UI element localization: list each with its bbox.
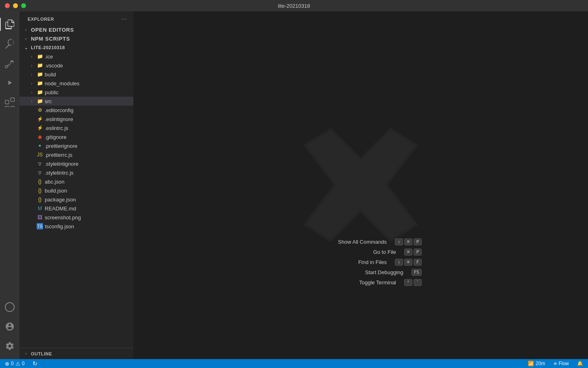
go-to-file-keys: ⌘ P bbox=[404, 249, 422, 255]
source-control-activity-icon[interactable] bbox=[0, 54, 20, 73]
sidebar: Explorer ··· › OPEN EDITORS › NPM SCRIPT… bbox=[20, 11, 133, 359]
vscode-folder-icon: 📁 bbox=[37, 62, 43, 69]
error-count: 0 bbox=[11, 361, 14, 366]
root-label: LITE-20210318 bbox=[31, 45, 130, 50]
node-modules-label: node_modules bbox=[45, 80, 133, 87]
open-editors-header[interactable]: › OPEN EDITORS bbox=[20, 25, 133, 34]
key-cmd-1: ⌘ bbox=[404, 238, 412, 245]
editorconfig-label: .editorconfig bbox=[45, 107, 133, 113]
flow-icon: ≋ bbox=[553, 361, 557, 366]
file-build-json[interactable]: › {} build.json bbox=[20, 186, 133, 195]
notifications-status[interactable]: 🔔 bbox=[575, 359, 585, 368]
file-package-json[interactable]: › {} package.json bbox=[20, 195, 133, 204]
go-to-file-row: Go to File ⌘ P bbox=[300, 249, 422, 255]
explorer-activity-icon[interactable] bbox=[0, 15, 20, 34]
remote-activity-icon[interactable] bbox=[0, 297, 20, 317]
key-shift-2: ⇧ bbox=[395, 259, 403, 266]
src-folder-icon: 📁 bbox=[37, 98, 43, 104]
file-eslintrc[interactable]: › ⚡ .eslintrc.js bbox=[20, 123, 133, 132]
folder-vscode[interactable]: › 📁 .vscode bbox=[20, 61, 133, 70]
editorconfig-icon: ⚙ bbox=[37, 107, 43, 113]
public-arrow: › bbox=[28, 89, 35, 95]
folder-build[interactable]: › 📁 build bbox=[20, 70, 133, 79]
key-cmd-2: ⌘ bbox=[404, 249, 412, 255]
flow-label: Flow bbox=[559, 361, 569, 366]
src-label: src bbox=[45, 98, 133, 104]
eslintrc-icon: ⚡ bbox=[37, 125, 43, 131]
wifi-icon: 📶 bbox=[528, 361, 534, 366]
show-all-commands-label: Show All Commands bbox=[300, 239, 387, 245]
npm-scripts-header[interactable]: › NPM SCRIPTS bbox=[20, 34, 133, 43]
node-modules-arrow: › bbox=[28, 80, 35, 87]
close-button[interactable] bbox=[5, 3, 10, 8]
file-editorconfig[interactable]: › ⚙ .editorconfig bbox=[20, 106, 133, 115]
warning-icon: ⚠ bbox=[15, 361, 20, 367]
sidebar-header: Explorer ··· bbox=[20, 11, 133, 25]
bell-icon: 🔔 bbox=[577, 361, 583, 366]
file-abc-json[interactable]: › {} abc.json bbox=[20, 177, 133, 186]
search-activity-icon[interactable] bbox=[0, 34, 20, 54]
file-readme[interactable]: › M README.md bbox=[20, 204, 133, 213]
key-f5: F5 bbox=[412, 269, 422, 276]
ice-arrow: › bbox=[28, 53, 35, 60]
start-debugging-keys: F5 bbox=[412, 269, 422, 276]
minimize-button[interactable] bbox=[13, 3, 18, 8]
titlebar: lite-20210318 bbox=[0, 0, 588, 11]
folder-ice[interactable]: › 📁 .ice bbox=[20, 52, 133, 61]
window-title: lite-20210318 bbox=[278, 3, 310, 9]
gitignore-label: .gitignore bbox=[45, 134, 133, 140]
show-all-commands-row: Show All Commands ⇧ ⌘ P bbox=[300, 238, 422, 245]
npm-scripts-label: NPM SCRIPTS bbox=[31, 36, 130, 42]
settings-activity-icon[interactable] bbox=[0, 336, 20, 356]
vscode-watermark bbox=[300, 124, 422, 247]
outline-label: OUTLINE bbox=[31, 351, 52, 356]
build-json-icon: {} bbox=[37, 187, 43, 194]
build-arrow: › bbox=[28, 71, 35, 78]
npm-scripts-section: › NPM SCRIPTS bbox=[20, 34, 133, 43]
welcome-commands: Show All Commands ⇧ ⌘ P Go to File ⌘ P F… bbox=[300, 238, 422, 286]
folder-node-modules[interactable]: › 📁 node_modules bbox=[20, 79, 133, 88]
src-arrow: › bbox=[28, 98, 35, 104]
start-debugging-row: Start Debugging F5 bbox=[300, 269, 422, 276]
file-prettierignore[interactable]: › ✦ .prettierignore bbox=[20, 141, 133, 150]
file-stylelintrc[interactable]: › ▽ .stylelintrc.js bbox=[20, 168, 133, 177]
outline-header[interactable]: › OUTLINE bbox=[20, 348, 133, 359]
file-gitignore[interactable]: › ◉ .gitignore bbox=[20, 132, 133, 141]
flow-status[interactable]: ≋ Flow bbox=[552, 359, 571, 368]
statusbar-left: ⊗ 0 ⚠ 0 ↻ bbox=[3, 359, 39, 368]
file-eslintignore[interactable]: › ⚡ .eslintignore bbox=[20, 115, 133, 123]
prettierrc-icon: JS bbox=[37, 152, 43, 158]
errors-status[interactable]: ⊗ 0 ⚠ 0 bbox=[3, 359, 26, 368]
remote-status[interactable]: 📶 20m bbox=[526, 359, 547, 368]
readme-label: README.md bbox=[45, 206, 133, 212]
extensions-activity-icon[interactable] bbox=[0, 93, 20, 112]
file-prettierrc[interactable]: › JS .prettierrc.js bbox=[20, 150, 133, 159]
folder-public[interactable]: › 📁 public bbox=[20, 88, 133, 97]
error-icon: ⊗ bbox=[5, 361, 9, 367]
file-screenshot[interactable]: › 🖼 screenshot.png bbox=[20, 213, 133, 222]
file-tsconfig[interactable]: › TS tsconfig.json bbox=[20, 222, 133, 231]
tsconfig-label: tsconfig.json bbox=[45, 223, 133, 229]
key-cmd-3: ⌘ bbox=[404, 259, 412, 266]
vscode-arrow: › bbox=[28, 62, 35, 69]
package-json-icon: {} bbox=[37, 196, 43, 203]
eslintignore-label: .eslintignore bbox=[45, 116, 133, 122]
toggle-terminal-row: Toggle Terminal ⌃ ` bbox=[300, 279, 422, 286]
sync-status[interactable]: ↻ bbox=[31, 359, 39, 368]
public-folder-icon: 📁 bbox=[37, 89, 43, 95]
sidebar-title: Explorer bbox=[28, 17, 54, 22]
folder-src[interactable]: › 📁 src bbox=[20, 97, 133, 106]
screenshot-icon: 🖼 bbox=[37, 214, 43, 221]
sidebar-more-button[interactable]: ··· bbox=[120, 15, 128, 24]
outline-section: › OUTLINE bbox=[20, 348, 133, 359]
account-activity-icon[interactable] bbox=[0, 317, 20, 336]
stylelintignore-label: .stylelintignore bbox=[45, 161, 133, 167]
prettierignore-icon: ✦ bbox=[37, 143, 43, 149]
show-all-commands-keys: ⇧ ⌘ P bbox=[395, 238, 422, 245]
key-ctrl: ⌃ bbox=[404, 279, 412, 286]
abc-json-icon: {} bbox=[37, 178, 43, 185]
run-activity-icon[interactable] bbox=[0, 73, 20, 93]
root-folder-header[interactable]: ⌄ LITE-20210318 bbox=[20, 43, 133, 52]
maximize-button[interactable] bbox=[21, 3, 26, 8]
file-stylelintignore[interactable]: › ▽ .stylelintignore bbox=[20, 159, 133, 168]
